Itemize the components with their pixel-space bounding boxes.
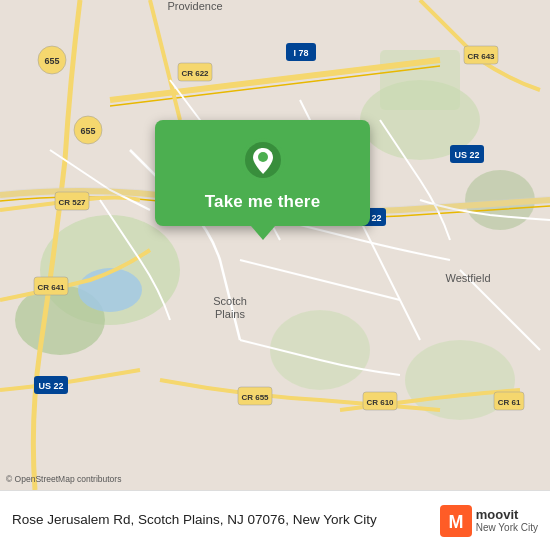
take-me-there-label: Take me there — [205, 192, 321, 212]
svg-text:Scotch: Scotch — [213, 295, 247, 307]
bottom-bar: Rose Jerusalem Rd, Scotch Plains, NJ 070… — [0, 490, 550, 550]
map-svg: I 78 US 22 US 22 US 22 CR 622 CR 643 655… — [0, 0, 550, 490]
svg-text:CR 527: CR 527 — [58, 198, 86, 207]
svg-text:Plains: Plains — [215, 308, 245, 320]
svg-text:CR 622: CR 622 — [181, 69, 209, 78]
svg-point-44 — [258, 152, 268, 162]
moovit-logo: M moovit New York City — [440, 505, 538, 537]
location-pin-icon — [241, 138, 285, 182]
moovit-subtext: New York City — [476, 522, 538, 533]
svg-text:655: 655 — [80, 126, 95, 136]
svg-text:US 22: US 22 — [38, 381, 63, 391]
svg-text:CR 643: CR 643 — [467, 52, 495, 61]
svg-text:Westfield: Westfield — [445, 272, 490, 284]
svg-text:I 78: I 78 — [293, 48, 308, 58]
address-text: Rose Jerusalem Rd, Scotch Plains, NJ 070… — [12, 511, 440, 529]
svg-text:CR 610: CR 610 — [366, 398, 394, 407]
svg-point-6 — [270, 310, 370, 390]
svg-text:655: 655 — [44, 56, 59, 66]
svg-text:© OpenStreetMap contributors: © OpenStreetMap contributors — [6, 474, 121, 484]
svg-point-8 — [78, 268, 142, 312]
moovit-text: moovit — [476, 508, 538, 522]
svg-text:US 22: US 22 — [454, 150, 479, 160]
svg-text:CR 641: CR 641 — [37, 283, 65, 292]
svg-text:CR 655: CR 655 — [241, 393, 269, 402]
svg-text:M: M — [448, 512, 463, 532]
moovit-icon: M — [440, 505, 472, 537]
svg-rect-4 — [380, 50, 460, 110]
map-container: I 78 US 22 US 22 US 22 CR 622 CR 643 655… — [0, 0, 550, 490]
svg-text:Providence: Providence — [167, 0, 222, 12]
svg-text:CR 61: CR 61 — [498, 398, 521, 407]
take-me-there-popup[interactable]: Take me there — [155, 120, 370, 226]
